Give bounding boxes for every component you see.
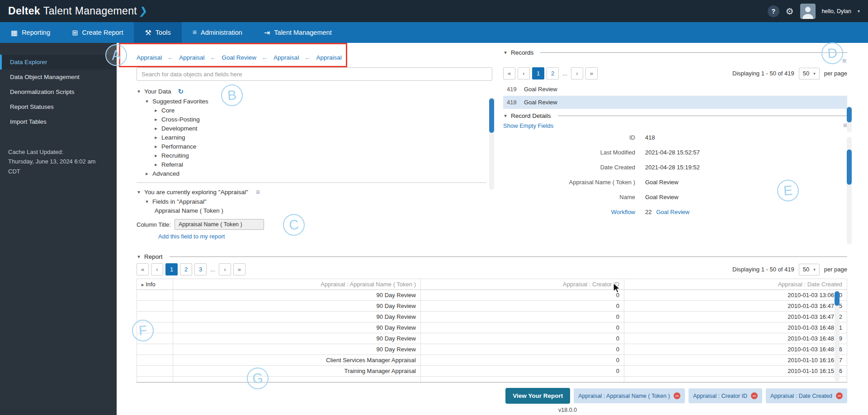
table-row[interactable]: 90 Day Review02010-01-03 16:47:52 — [137, 312, 847, 322]
records-list-menu-icon[interactable]: ≡ — [842, 57, 846, 64]
report-page-2-button[interactable]: 2 — [180, 263, 192, 275]
nav-tab-reporting[interactable]: ▦ Reporting — [0, 22, 61, 43]
sidebar-item-denormalization-scripts[interactable]: Denormalization Scripts — [0, 84, 117, 99]
tree-node-performance[interactable]: ▸ Performance — [154, 142, 492, 151]
report-field-chip[interactable]: Appraisal : Appraisal Name ( Token ) − — [574, 388, 685, 403]
chevron-expanded-icon[interactable]: ▾ — [145, 199, 149, 205]
chevron-expanded-icon[interactable]: ▾ — [137, 89, 141, 94]
exploring-header[interactable]: ▾ You are currently exploring "Appraisal… — [137, 187, 492, 197]
report-table-scrollbar-thumb[interactable] — [835, 291, 840, 306]
chevron-collapsed-icon[interactable]: ▸ — [154, 117, 158, 122]
tree-node-development[interactable]: ▸ Development — [154, 124, 492, 133]
chevron-expanded-icon[interactable]: ▾ — [137, 189, 141, 195]
records-scrollbar-thumb[interactable] — [847, 107, 852, 122]
sidebar-item-report-statuses[interactable]: Report Statuses — [0, 99, 117, 114]
workflow-value-link[interactable]: Goal Review — [656, 209, 689, 215]
column-header-creator-id[interactable]: Appraisal : Creator ID — [421, 279, 624, 290]
sidebar-item-import-tables[interactable]: Import Tables — [0, 114, 117, 129]
breadcrumb-item[interactable]: Appraisal — [179, 54, 204, 61]
help-icon[interactable]: ? — [768, 5, 779, 17]
records-scrollbar[interactable] — [847, 106, 852, 132]
chevron-expanded-icon[interactable]: ▾ — [137, 254, 141, 260]
report-next-page-button[interactable]: › — [219, 263, 231, 275]
records-first-page-button[interactable]: « — [503, 67, 515, 79]
gear-icon[interactable]: ⚙ — [786, 6, 794, 17]
view-your-report-button[interactable]: View Your Report — [505, 388, 570, 404]
chevron-collapsed-icon[interactable]: ▸ — [154, 107, 158, 113]
nav-tab-tools[interactable]: ⚒ Tools — [134, 22, 181, 43]
remove-field-icon[interactable]: − — [751, 392, 758, 399]
records-last-page-button[interactable]: » — [585, 67, 598, 79]
user-menu-caret-icon[interactable]: ▾ — [858, 9, 860, 14]
chevron-expanded-icon[interactable]: ▾ — [145, 98, 149, 104]
sidebar-item-data-object-management[interactable]: Data Object Management — [0, 70, 117, 84]
chevron-collapsed-icon[interactable]: ▸ — [154, 153, 158, 159]
field-appraisal-name[interactable]: Appraisal Name ( Token ) — [155, 206, 492, 215]
workflow-label-link[interactable]: Workflow — [503, 209, 635, 215]
records-next-page-button[interactable]: › — [571, 67, 583, 79]
tree-node-recruiting[interactable]: ▸ Recruiting — [154, 151, 492, 160]
table-row[interactable]: 90 Day Review02010-01-03 16:47:35 — [137, 301, 847, 312]
record-details-scrollbar-thumb[interactable] — [847, 149, 852, 185]
fields-header[interactable]: ▾ Fields in "Appraisal" — [145, 197, 492, 206]
chevron-expanded-icon[interactable]: ▾ — [503, 113, 508, 119]
chevron-collapsed-icon[interactable]: ▸ — [145, 171, 149, 177]
sidebar-item-data-explorer[interactable]: Data Explorer — [0, 55, 117, 70]
report-table-scrollbar[interactable] — [835, 290, 840, 382]
add-field-link[interactable]: Add this field to my report — [158, 233, 225, 240]
tree-node-core[interactable]: ▸ Core — [154, 106, 492, 115]
list-menu-icon[interactable]: ≡ — [256, 189, 260, 196]
records-page-size-select[interactable]: 50 ▾ — [799, 68, 820, 79]
tree-node-cross-posting[interactable]: ▸ Cross-Posting — [154, 115, 492, 124]
record-details-scrollbar[interactable] — [847, 137, 852, 244]
breadcrumb-item[interactable]: Appraisal — [137, 54, 162, 61]
refresh-icon[interactable]: ↻ — [178, 88, 184, 96]
tree-node-learning[interactable]: ▸ Learning — [154, 133, 492, 142]
remove-field-icon[interactable]: − — [674, 392, 680, 399]
chevron-collapsed-icon[interactable]: ▸ — [154, 144, 158, 149]
report-page-size-select[interactable]: 50 ▾ — [799, 264, 820, 275]
table-row[interactable]: 90 Day Review02010-01-03 16:48:01 — [137, 322, 847, 333]
table-row[interactable]: Client Services Manager Appraisal02010-0… — [137, 355, 847, 366]
tree-node-advanced[interactable]: ▸ Advanced — [145, 169, 492, 178]
breadcrumb-item[interactable]: Appraisal — [274, 54, 299, 61]
report-prev-page-button[interactable]: ‹ — [151, 263, 163, 275]
chevron-collapsed-icon[interactable]: ▸ — [142, 282, 144, 287]
chevron-collapsed-icon[interactable]: ▸ — [154, 162, 158, 168]
records-page-2-button[interactable]: 2 — [547, 67, 559, 79]
table-row[interactable]: 90 Day Review02010-01-03 16:48:16 — [137, 344, 847, 355]
report-last-page-button[interactable]: » — [233, 263, 245, 275]
tree-node-suggested-favorites[interactable]: ▾ Suggested Favorites — [145, 97, 492, 106]
avatar[interactable] — [800, 4, 816, 19]
table-row-partial[interactable] — [137, 377, 847, 383]
column-header-appraisal-name[interactable]: Appraisal : Appraisal Name ( Token ) — [173, 279, 421, 290]
tree-node-referral[interactable]: ▸ Referral — [154, 160, 492, 169]
chevron-collapsed-icon[interactable]: ▸ — [154, 126, 158, 131]
record-row-selected[interactable]: 418 Goal Review — [503, 96, 847, 109]
report-page-1-button[interactable]: 1 — [165, 263, 178, 275]
table-row[interactable]: Training Manager Appraisal02010-01-10 16… — [137, 366, 847, 377]
nav-tab-create-report[interactable]: ⊞ Create Report — [61, 22, 134, 43]
breadcrumb-item[interactable]: Appraisal — [316, 54, 341, 61]
search-input[interactable] — [137, 67, 492, 81]
tree-scrollbar-thumb[interactable] — [489, 98, 494, 133]
report-field-chip[interactable]: Appraisal : Creator ID − — [689, 388, 762, 403]
tree-scrollbar[interactable] — [489, 97, 494, 190]
show-empty-fields-link[interactable]: Show Empty Fields — [503, 122, 553, 129]
breadcrumb-item[interactable]: Goal Review — [222, 54, 257, 61]
records-page-1-button[interactable]: 1 — [532, 67, 544, 79]
nav-tab-talent-management[interactable]: ⇥ Talent Management — [253, 22, 343, 43]
report-page-3-button[interactable]: 3 — [194, 263, 207, 275]
user-greeting[interactable]: hello, Dylan — [822, 8, 851, 14]
chevron-expanded-icon[interactable]: ▾ — [503, 50, 508, 56]
record-row[interactable]: 419 Goal Review — [503, 83, 847, 96]
records-prev-page-button[interactable]: ‹ — [518, 67, 530, 79]
column-title-input[interactable] — [175, 219, 264, 230]
column-header-date-created[interactable]: Appraisal : Date Created — [624, 279, 847, 290]
tree-node-your-data[interactable]: ▾ Your Data ↻ — [137, 86, 492, 97]
report-field-chip[interactable]: Appraisal : Date Created − — [766, 388, 847, 403]
table-row[interactable]: 90 Day Review02010-01-03 16:48:09 — [137, 333, 847, 344]
report-first-page-button[interactable]: « — [137, 263, 149, 275]
nav-tab-administration[interactable]: ≡ Administration — [182, 22, 253, 43]
info-column-header[interactable]: ▸ Info — [137, 279, 173, 290]
